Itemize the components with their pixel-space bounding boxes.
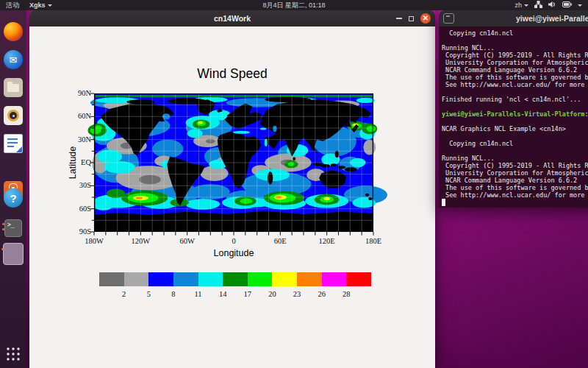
network-icon[interactable] — [534, 1, 542, 10]
terminal-line: University Corporation for Atmospheric R — [442, 59, 588, 66]
colorbar-cell — [322, 272, 347, 286]
terminal-text: Copyright (C) 1995-2019 - All Rights Res — [442, 162, 588, 169]
terminal-text: Finished running 'ncl < cn14n.ncl'... — [442, 96, 581, 103]
dock-firefox-icon[interactable] — [4, 22, 23, 41]
speaker-icon — [7, 110, 19, 121]
terminal-text: The use of this software is governed by — [442, 184, 588, 191]
terminal-tab-icon[interactable] — [443, 13, 454, 24]
y-axis-title: Latitude — [68, 118, 78, 207]
terminal-text — [442, 199, 445, 206]
colorbar-cell — [198, 272, 223, 286]
terminal-text: University Corporation for Atmospheric R — [442, 59, 588, 66]
terminal-line: yiwei@yiwei-Parallels-Virtual-Platform:~… — [442, 110, 588, 118]
terminal-line — [442, 103, 588, 110]
dock-files-icon[interactable] — [4, 78, 23, 97]
dock: ✉ A ? >_ — [0, 10, 26, 368]
terminal-text: NCAR Command Language Version 6.6.2 — [442, 177, 577, 184]
terminal-output[interactable]: Copying cn14n.ncl Running NCL... Copyrig… — [439, 26, 588, 208]
chart-title: Wind Speed — [29, 66, 435, 82]
terminal-line — [442, 88, 588, 96]
terminal-text: University Corporation for Atmospheric R — [442, 169, 588, 177]
desktop: { "topbar": { "activities_label": "活动", … — [0, 0, 588, 368]
x-tick-label: 120W — [118, 237, 162, 245]
terminal-text: See http://www.ncl.ucar.edu/ for more de — [442, 81, 588, 88]
colorbar-level-label: 23 — [286, 290, 308, 298]
terminal-text: Running NCL... — [442, 44, 495, 52]
running-indicator-dot — [2, 223, 4, 225]
terminal-line: See http://www.ncl.ucar.edu/ for more de — [442, 191, 588, 199]
terminal-text: NCAR Command Language Version 6.6.2 — [442, 66, 577, 74]
terminal-line: See http://www.ncl.ucar.edu/ for more de — [442, 81, 588, 88]
terminal-line: NCAR Command Language Version 6.6.2 — [442, 177, 588, 184]
x-tick-label: 60W — [165, 237, 209, 245]
app-menu-label: Xgks — [29, 1, 46, 9]
app-menu[interactable]: Xgks — [29, 1, 52, 9]
terminal-text: Copying cn14n.ncl — [442, 140, 513, 147]
colorbar-cell — [99, 272, 124, 286]
terminal-line: Finished running 'ncl < cn14n.ncl'... — [442, 96, 588, 103]
terminal-line: University Corporation for Atmospheric R — [442, 169, 588, 177]
terminal-text: Copying cn14n.ncl — [442, 29, 513, 37]
terminal-line — [442, 37, 588, 44]
plot-window-titlebar[interactable]: cn14Work ✕ — [29, 10, 435, 27]
ncl-graphics-canvas: Wind Speed — [29, 26, 435, 368]
input-method-indicator[interactable]: zh — [514, 1, 528, 9]
colorbar-level-label: 14 — [212, 290, 234, 298]
terminal-text: Running NCL... — [442, 155, 495, 162]
colorbar-cell — [173, 272, 198, 286]
dock-app-window-icon[interactable] — [3, 243, 24, 265]
terminal-line — [442, 118, 588, 125]
colorbar — [99, 272, 371, 286]
x-tick-label: 180E — [351, 237, 395, 245]
terminal-line: Running NCL... — [442, 155, 588, 162]
terminal-line: Copyright (C) 1995-2019 - All Rights Res — [442, 162, 588, 169]
folder-icon — [7, 84, 19, 92]
colorbar-cell — [148, 272, 173, 286]
y-tick-label: 90N — [47, 89, 91, 97]
colorbar-level-label: 2 — [113, 290, 135, 298]
activities-button[interactable]: 活动 — [6, 1, 19, 10]
colorbar-cell — [346, 272, 371, 286]
colorbar-level-label: 11 — [187, 290, 209, 298]
dock-terminal-icon[interactable]: >_ — [4, 219, 22, 237]
x-axis-title: Longitude — [32, 248, 435, 258]
running-indicator-dot — [1, 248, 4, 250]
battery-icon[interactable] — [562, 1, 572, 9]
x-tick-label: 0 — [212, 237, 256, 245]
terminal-text: Copyright (C) 1995-2019 - All Rights Res — [442, 52, 588, 59]
terminal-window: yiwei@yiwei-Parallels-Vir Copying cn14n.… — [439, 10, 588, 208]
terminal-line — [442, 199, 588, 206]
system-menu-chevron-icon[interactable] — [578, 4, 582, 7]
terminal-text: yiwei@yiwei-Parallels-Virtual-Platform — [442, 110, 584, 118]
running-indicator-dot — [2, 228, 4, 230]
maximize-button[interactable] — [409, 16, 414, 21]
terminal-line: Copyright (C) 1995-2019 - All Rights Res — [442, 52, 588, 59]
terminal-line: Running NCL... — [442, 44, 588, 52]
y-tick-label: 90S — [47, 227, 91, 236]
x-tick-label: 120E — [305, 237, 349, 245]
terminal-title: yiwei@yiwei-Parallels-Vir — [516, 14, 588, 23]
terminal-line: The use of this software is governed by — [442, 184, 588, 191]
plot-window: cn14Work ✕ Wind Speed — [29, 10, 435, 368]
terminal-line: The use of this software is governed by — [442, 74, 588, 81]
world-map — [94, 93, 373, 232]
colorbar-cell — [124, 272, 149, 286]
top-bar: 活动 Xgks 8月4日 星期二, 01:18 zh — [0, 0, 588, 10]
dock-libreoffice-writer-icon[interactable] — [4, 134, 23, 153]
terminal-line: Copying cn14n.ncl — [442, 140, 588, 147]
dock-help-icon[interactable]: ? — [4, 188, 23, 208]
terminal-text: The use of this software is governed by — [442, 74, 588, 81]
colorbar-cell — [223, 272, 248, 286]
show-applications-button[interactable] — [5, 346, 21, 362]
close-button[interactable]: ✕ — [420, 13, 431, 24]
terminal-titlebar[interactable]: yiwei@yiwei-Parallels-Vir — [439, 10, 588, 26]
dock-rhythmbox-icon[interactable] — [4, 106, 23, 125]
colorbar-cell — [297, 272, 322, 286]
terminal-text: : — [584, 110, 588, 118]
terminal-text: NCAR Graphics NCL Example <cn14n> — [442, 125, 566, 132]
minimize-button[interactable] — [396, 18, 402, 19]
chevron-down-icon — [48, 4, 52, 7]
volume-icon[interactable] — [548, 1, 556, 10]
dock-thunderbird-icon[interactable]: ✉ — [4, 50, 23, 69]
colorbar-level-label: 20 — [261, 290, 283, 298]
